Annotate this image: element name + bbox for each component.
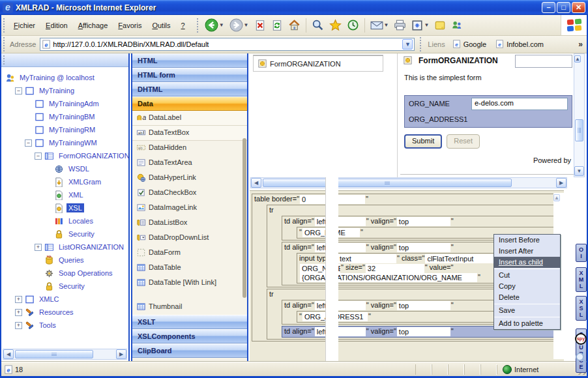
scroll-thumb[interactable]	[263, 179, 512, 187]
tree-item-locales[interactable]: Locales	[1, 214, 128, 227]
spy-button[interactable]: spy	[575, 333, 587, 345]
editor-node-line[interactable]: td align="left" valign="top"	[282, 216, 557, 227]
tree-item-mytrainingadm[interactable]: MyTrainingAdm	[1, 97, 128, 110]
forward-button[interactable]: ▼	[228, 17, 251, 33]
palette-item-datahyperlink[interactable]: DataHyperLink	[132, 171, 247, 186]
dropdown-caret-icon[interactable]: ▼	[384, 22, 389, 28]
toolbar-grip[interactable]	[3, 37, 7, 51]
context-menu-item-save[interactable]: Save	[494, 305, 560, 316]
palette-item-datatextbox[interactable]: abDataTextBox	[132, 126, 247, 141]
palette-item-datatextarea[interactable]: DataTextArea	[132, 156, 247, 171]
tree-item-security[interactable]: Security	[1, 227, 128, 240]
palette-header-dhtml[interactable]: DHTML	[132, 82, 247, 96]
collapse-icon[interactable]: −	[25, 139, 32, 147]
design-vertical-scrollbar[interactable]: ▲ ▼	[574, 53, 585, 177]
editor-field[interactable]: left	[315, 327, 366, 336]
palette-item-datacheckbox[interactable]: DataCheckBox	[132, 186, 247, 201]
context-menu-item-insert-as-child[interactable]: Insert as child	[494, 257, 560, 268]
palette-item-datadropdownlist[interactable]: DataDropDownList	[132, 231, 247, 246]
tree-horizontal-scrollbar[interactable]: ◀ ▶	[3, 349, 127, 360]
tree-item-mytrainingbm[interactable]: MyTrainingBM	[1, 110, 128, 123]
tree-item-soap-operations[interactable]: Soap Operations	[1, 267, 128, 280]
context-menu-item-copy[interactable]: Copy	[494, 281, 560, 292]
scroll-thumb[interactable]	[575, 119, 583, 141]
context-menu-item-insert-before[interactable]: Insert Before	[494, 235, 560, 246]
editor-field[interactable]: top	[397, 327, 450, 336]
stop-button[interactable]	[252, 18, 268, 33]
context-menu-item-insert-after[interactable]: Insert After	[494, 246, 560, 257]
links-grip[interactable]	[420, 37, 423, 51]
org-name-input[interactable]: e-delos.com	[471, 98, 568, 110]
editor-field[interactable]: top	[397, 243, 450, 252]
editor-node-line[interactable]: table border="0"	[252, 194, 561, 205]
submit-button[interactable]: Submit	[404, 134, 442, 149]
expand-icon[interactable]: +	[15, 309, 22, 316]
editor-field[interactable]: left	[315, 301, 366, 310]
palette-item-datahidden[interactable]: abDataHidden	[132, 141, 247, 156]
palette-item-thumbnail[interactable]: Thumbnail	[132, 300, 247, 315]
design-node[interactable]: FormORGANIZATION	[253, 55, 383, 72]
palette-item-datatable[interactable]: DataTable	[132, 261, 247, 276]
tree-item-mytrainingrm[interactable]: MyTrainingRM	[1, 123, 128, 136]
expand-icon[interactable]: +	[15, 322, 22, 329]
dropdown-caret-icon[interactable]: ▼	[244, 22, 249, 28]
palette-header-data[interactable]: Data	[132, 96, 247, 111]
reset-button[interactable]: Reset	[447, 134, 480, 149]
side-tab-oi[interactable]: O I	[576, 244, 587, 262]
scroll-right-button[interactable]: ▶	[116, 349, 126, 359]
mail-button[interactable]: ▼	[368, 19, 391, 32]
link-google[interactable]: e Google	[452, 40, 486, 49]
scroll-left-button[interactable]: ◀	[251, 178, 261, 188]
context-menu-item-delete[interactable]: Delete	[494, 292, 560, 303]
maximize-button[interactable]: □	[557, 2, 570, 13]
palette-item-dataform[interactable]: DataForm	[132, 246, 247, 261]
toolbar-overflow-chevron[interactable]: »	[578, 40, 583, 49]
palette-item-datalabel[interactable]: aDataLabel	[132, 111, 247, 126]
palette-header-xslcomponents[interactable]: XSLComponents	[132, 329, 247, 343]
scroll-down-button[interactable]: ▼	[574, 166, 584, 176]
scroll-up-button[interactable]: ▲	[553, 194, 560, 201]
tree-item-mytrainingwm[interactable]: −MyTrainingWM	[1, 136, 128, 149]
scroll-right-button[interactable]: ▶	[556, 178, 566, 188]
tree-item-wsdl[interactable]: WSDL	[1, 162, 128, 175]
tree-item-xml[interactable]: XML	[1, 188, 128, 201]
palette-item-datatable-with-link-[interactable]: DataTable [With Link]	[132, 276, 247, 300]
minimize-button[interactable]: –	[542, 2, 555, 13]
editor-field[interactable]: left	[315, 217, 366, 226]
dropdown-caret-icon[interactable]: ▼	[219, 22, 224, 28]
tree-item-formorganization[interactable]: −FormORGANIZATION	[1, 149, 128, 162]
menu-outils[interactable]: Outils	[147, 20, 175, 31]
palette-header-xslt[interactable]: XSLT	[132, 315, 247, 329]
history-button[interactable]	[345, 18, 361, 33]
menu-?[interactable]: ?	[176, 20, 190, 31]
search-button[interactable]	[310, 18, 326, 33]
context-menu-item-add-to-palette[interactable]: Add to palette	[494, 318, 560, 329]
side-tab-xsl[interactable]: X S L	[576, 296, 587, 321]
editor-node-line[interactable]: tr	[267, 205, 559, 216]
link-infobel[interactable]: e Infobel.com	[495, 40, 544, 49]
messenger-button[interactable]	[449, 18, 465, 33]
side-tab-xml[interactable]: X M L	[576, 267, 587, 292]
back-button[interactable]: ▼	[203, 17, 226, 33]
tree-item-xmlgram[interactable]: XMLGram	[1, 175, 128, 188]
expand-icon[interactable]: +	[15, 296, 22, 303]
tree-item-mytraining-localhost[interactable]: MyTraining @ localhost	[1, 71, 128, 84]
design-horizontal-scrollbar[interactable]: ◀ ▶	[250, 177, 567, 188]
scroll-left-button[interactable]: ◀	[3, 349, 14, 359]
palette-header-html form[interactable]: HTML form	[132, 68, 247, 82]
context-menu-item-cut[interactable]: Cut	[494, 270, 560, 281]
toolbar-grip[interactable]	[197, 18, 200, 33]
palette-item-datalistbox[interactable]: DataListBox	[132, 216, 247, 231]
tree-item-listorganization[interactable]: +ListORGANIZATION	[1, 240, 128, 254]
tree-item-mytraining[interactable]: −MyTraining	[1, 84, 128, 97]
palette-header-clipboard[interactable]: ClipBoard	[132, 343, 247, 358]
editor-field[interactable]: top	[397, 301, 450, 310]
palette-item-dataimagelink[interactable]: DataImageLink	[132, 201, 247, 216]
palette-header-html[interactable]: HTML	[132, 53, 247, 68]
panel-grip[interactable]	[3, 55, 7, 65]
collapse-icon[interactable]: −	[35, 153, 42, 160]
form-header-field[interactable]	[515, 55, 572, 68]
print-button[interactable]	[392, 18, 408, 32]
menu-favoris[interactable]: Favoris	[113, 20, 147, 31]
scroll-up-button[interactable]: ▲	[574, 55, 581, 63]
